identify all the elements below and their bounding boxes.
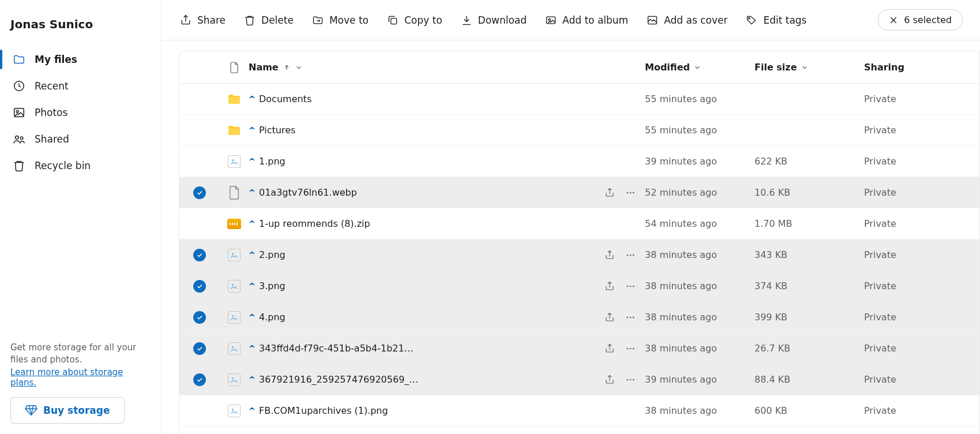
column-size-header[interactable]: File size: [754, 62, 864, 73]
file-sharing: Private: [864, 249, 979, 260]
file-modified: 52 minutes ago: [645, 187, 754, 198]
tag-icon: [746, 14, 757, 26]
diamond-icon: [25, 405, 37, 416]
row-checkbox[interactable]: [179, 249, 220, 261]
row-more-button[interactable]: [625, 281, 636, 291]
storage-learn-more-link[interactable]: Learn more about storage plans.: [10, 367, 151, 388]
row-share-button[interactable]: [604, 312, 615, 323]
trash-icon: [13, 159, 25, 172]
row-more-button[interactable]: [625, 312, 636, 323]
selected-count: 6 selected: [904, 14, 952, 25]
file-size: 88.4 KB: [754, 374, 864, 385]
row-share-button[interactable]: [604, 281, 615, 291]
sidebar-item-my-files[interactable]: My files: [0, 46, 161, 73]
buy-storage-button[interactable]: Buy storage: [10, 397, 125, 424]
file-row[interactable]: 3.png38 minutes ago374 KBPrivate: [179, 271, 979, 302]
download-button[interactable]: Download: [460, 12, 528, 28]
row-share-button[interactable]: [604, 250, 615, 260]
column-sharing-header[interactable]: Sharing: [864, 62, 979, 73]
shared-badge-icon: [249, 345, 256, 352]
column-modified-header[interactable]: Modified: [645, 62, 754, 73]
file-row[interactable]: Pictures55 minutes agoPrivate: [179, 115, 979, 146]
svg-point-11: [626, 192, 628, 193]
file-name[interactable]: 1-up reommends (8).zip: [259, 218, 370, 229]
file-name[interactable]: 367921916_259257476920569_…: [259, 374, 418, 385]
file-row[interactable]: 4.png38 minutes ago399 KBPrivate: [179, 302, 979, 333]
column-name-header[interactable]: Name: [249, 62, 604, 73]
file-modified: 38 minutes ago: [645, 405, 754, 416]
file-name[interactable]: 1.png: [259, 156, 286, 167]
svg-point-10: [232, 159, 234, 160]
file-name[interactable]: 2.png: [259, 249, 286, 260]
file-row[interactable]: FB.COM1uparchives.png38 minutes ago124 K…: [179, 426, 979, 434]
row-share-button[interactable]: [604, 343, 615, 354]
add-to-album-button[interactable]: Add to album: [544, 12, 629, 28]
svg-point-17: [633, 254, 634, 256]
row-more-button[interactable]: [625, 188, 636, 198]
file-row[interactable]: FB.COM1uparchives (1).png38 minutes ago6…: [179, 395, 979, 426]
file-row[interactable]: 343ffd4d-f79c-451b-a5b4-1b21…38 minutes …: [179, 333, 979, 364]
file-name[interactable]: 343ffd4d-f79c-451b-a5b4-1b21…: [259, 343, 414, 354]
shared-badge-icon: [249, 376, 256, 383]
file-row[interactable]: 367921916_259257476920569_…39 minutes ag…: [179, 364, 979, 395]
delete-button[interactable]: Delete: [243, 12, 295, 28]
svg-point-20: [630, 285, 632, 287]
row-share-button[interactable]: [604, 188, 615, 198]
cover-label: Add as cover: [664, 14, 727, 26]
move-label: Move to: [329, 14, 369, 26]
share-button[interactable]: Share: [179, 12, 227, 28]
file-type-icon: [220, 155, 249, 168]
share-icon: [180, 14, 192, 26]
edit-tags-button[interactable]: Edit tags: [745, 12, 808, 28]
row-share-button[interactable]: [604, 375, 615, 385]
file-row[interactable]: Documents55 minutes agoPrivate: [179, 84, 979, 115]
svg-point-12: [630, 192, 632, 193]
sidebar-item-recent[interactable]: Recent: [0, 73, 161, 99]
file-size: 374 KB: [754, 280, 864, 291]
file-row[interactable]: 1-up reommends (8).zip54 minutes ago1.70…: [179, 208, 979, 240]
copy-to-button[interactable]: Copy to: [386, 12, 444, 28]
move-to-button[interactable]: Move to: [311, 12, 370, 28]
file-row[interactable]: 01a3gtv76ln61.webp52 minutes ago10.6 KBP…: [179, 177, 979, 208]
file-name[interactable]: 3.png: [259, 280, 286, 291]
svg-point-15: [626, 254, 628, 256]
sidebar-item-shared[interactable]: Shared: [0, 126, 161, 152]
file-type-icon: [220, 280, 249, 293]
file-modified: 38 minutes ago: [645, 343, 754, 354]
column-type-icon[interactable]: [220, 61, 249, 74]
row-checkbox[interactable]: [179, 280, 220, 293]
row-checkbox[interactable]: [179, 342, 220, 355]
row-more-button[interactable]: [625, 375, 636, 385]
sidebar-item-label: Photos: [35, 107, 67, 118]
add-as-cover-button[interactable]: Add as cover: [645, 12, 729, 28]
file-name[interactable]: FB.COM1uparchives (1).png: [259, 405, 388, 416]
svg-point-31: [626, 379, 628, 380]
svg-point-24: [630, 316, 632, 318]
sidebar-item-photos[interactable]: Photos: [0, 99, 161, 126]
file-modified: 55 minutes ago: [645, 93, 754, 104]
row-checkbox[interactable]: [179, 186, 220, 199]
file-name[interactable]: 4.png: [259, 312, 286, 323]
file-type-icon: [220, 405, 249, 417]
share-label: Share: [197, 14, 226, 26]
buy-storage-label: Buy storage: [43, 405, 110, 416]
file-name[interactable]: Pictures: [259, 125, 295, 136]
file-row[interactable]: 2.png38 minutes ago343 KBPrivate: [179, 240, 979, 271]
file-type-icon: [220, 311, 249, 324]
row-checkbox[interactable]: [179, 311, 220, 324]
sidebar-item-recycle-bin[interactable]: Recycle bin: [0, 152, 161, 179]
file-sharing: Private: [864, 312, 979, 323]
svg-point-25: [633, 316, 634, 318]
file-name[interactable]: Documents: [259, 93, 311, 104]
row-checkbox[interactable]: [179, 373, 220, 386]
file-sharing: Private: [864, 125, 979, 136]
row-more-button[interactable]: [625, 343, 636, 354]
row-more-button[interactable]: [625, 250, 636, 260]
svg-point-28: [630, 347, 632, 349]
file-row[interactable]: 1.png39 minutes ago622 KBPrivate: [179, 146, 979, 177]
file-type-icon: [220, 373, 249, 386]
copy-label: Copy to: [404, 14, 442, 26]
file-name[interactable]: 01a3gtv76ln61.webp: [259, 187, 357, 198]
file-sharing: Private: [864, 280, 979, 291]
selection-pill[interactable]: 6 selected: [878, 9, 963, 31]
